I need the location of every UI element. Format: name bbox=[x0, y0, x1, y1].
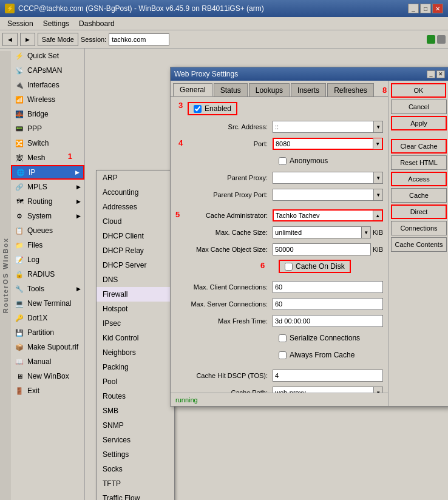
submenu-dhcp-server[interactable]: DHCP Server bbox=[97, 258, 174, 272]
tab-lookups[interactable]: Lookups bbox=[249, 83, 290, 96]
submenu-packing[interactable]: Packing bbox=[97, 360, 174, 374]
sidebar-item-quick-set[interactable]: ⚡ Quick Set bbox=[11, 49, 84, 63]
wireless-label: Wireless bbox=[27, 95, 55, 104]
max-server-conn-input[interactable] bbox=[273, 300, 382, 308]
submenu-dns[interactable]: DNS bbox=[97, 272, 174, 287]
submenu-dhcp-client[interactable]: DHCP Client bbox=[97, 229, 174, 243]
menu-dashboard[interactable]: Dashboard bbox=[74, 18, 120, 29]
submenu-ipsec[interactable]: IPsec bbox=[97, 316, 174, 331]
submenu-kid-control[interactable]: Kid Control bbox=[97, 331, 174, 345]
cache-on-disk-checkbox[interactable] bbox=[285, 263, 293, 271]
src-address-input[interactable] bbox=[273, 123, 373, 130]
submenu-addresses[interactable]: Addresses bbox=[97, 200, 174, 214]
parent-proxy-dropdown[interactable]: ▼ bbox=[373, 172, 382, 183]
tab-status[interactable]: Status bbox=[214, 83, 248, 96]
sidebar-item-mpls[interactable]: 🔗 MPLS ▶ bbox=[11, 180, 84, 194]
max-cache-size-input[interactable] bbox=[273, 229, 361, 236]
sidebar-item-wireless[interactable]: 📶 Wireless bbox=[11, 92, 84, 107]
sidebar-item-switch[interactable]: 🔀 Switch bbox=[11, 136, 84, 150]
sidebar-item-files[interactable]: 📁 Files bbox=[11, 238, 84, 252]
reset-html-button[interactable]: Reset HTML bbox=[391, 155, 447, 170]
sidebar-item-interfaces[interactable]: 🔌 Interfaces bbox=[11, 78, 84, 92]
sidebar-item-new-terminal[interactable]: 💻 New Terminal bbox=[11, 296, 84, 311]
dialog-minimize[interactable]: _ bbox=[427, 70, 435, 78]
enabled-checkbox[interactable] bbox=[194, 105, 202, 113]
sidebar-item-log[interactable]: 📝 Log bbox=[11, 252, 84, 267]
maximize-button[interactable]: □ bbox=[420, 4, 431, 13]
sidebar-item-bridge[interactable]: 🌉 Bridge bbox=[11, 107, 84, 121]
port-dropdown[interactable]: ▼ bbox=[373, 138, 382, 149]
parent-proxy-port-input[interactable] bbox=[273, 191, 373, 198]
sidebar-item-capsman[interactable]: 📡 CAPsMAN bbox=[11, 63, 84, 78]
sidebar-item-radius[interactable]: 🔒 RADIUS bbox=[11, 267, 84, 282]
sidebar-item-new-winbox[interactable]: 🖥 New WinBox bbox=[11, 369, 84, 383]
parent-proxy-port-dropdown[interactable]: ▼ bbox=[373, 189, 382, 200]
sidebar-item-dot1x[interactable]: 🔑 Dot1X bbox=[11, 311, 84, 325]
cancel-button[interactable]: Cancel bbox=[391, 100, 447, 114]
close-button[interactable]: ✕ bbox=[432, 4, 443, 13]
cache-admin-input[interactable] bbox=[274, 212, 373, 219]
submenu-socks[interactable]: Socks bbox=[97, 462, 174, 476]
submenu-traffic-flow[interactable]: Traffic Flow bbox=[97, 491, 174, 500]
connections-button[interactable]: Connections bbox=[391, 221, 447, 235]
src-address-dropdown[interactable]: ▼ bbox=[373, 121, 382, 132]
sidebar-item-manual[interactable]: 📖 Manual bbox=[11, 354, 84, 369]
ok-button[interactable]: OK bbox=[391, 83, 446, 98]
tab-general[interactable]: General bbox=[173, 83, 212, 96]
cache-path-dropdown[interactable]: ▼ bbox=[373, 387, 382, 393]
max-fresh-time-input[interactable] bbox=[273, 317, 382, 325]
submenu-arp[interactable]: ARP bbox=[97, 171, 174, 185]
max-client-conn-input[interactable] bbox=[273, 283, 382, 291]
dialog-close[interactable]: ✕ bbox=[436, 70, 445, 78]
submenu-routes[interactable]: Routes bbox=[97, 389, 174, 404]
submenu-smb[interactable]: SMB bbox=[97, 404, 174, 418]
serialize-conn-label: Serialize Connections bbox=[290, 334, 360, 342]
max-cache-object-size-input[interactable] bbox=[273, 246, 370, 253]
sidebar-item-mesh[interactable]: 🕸 Mesh 1 bbox=[11, 150, 84, 165]
menu-settings[interactable]: Settings bbox=[38, 18, 74, 29]
submenu-firewall[interactable]: Firewall bbox=[97, 287, 174, 302]
anonymous-checkbox[interactable] bbox=[279, 157, 287, 165]
submenu-dhcp-relay[interactable]: DHCP Relay bbox=[97, 243, 174, 258]
always-from-cache-checkbox[interactable] bbox=[279, 351, 287, 359]
sidebar-item-tools[interactable]: 🔧 Tools ▶ bbox=[11, 282, 84, 296]
enabled-row: 3 Enabled bbox=[182, 102, 383, 115]
submenu-pool[interactable]: Pool bbox=[97, 374, 174, 389]
submenu-settings[interactable]: Settings bbox=[97, 447, 174, 462]
max-cache-size-dropdown[interactable]: ▼ bbox=[361, 227, 370, 238]
cache-admin-up[interactable]: ▲ bbox=[373, 211, 382, 220]
sidebar-item-routing[interactable]: 🗺 Routing ▶ bbox=[11, 194, 84, 209]
back-button[interactable]: ◄ bbox=[2, 33, 18, 46]
direct-button[interactable]: Direct bbox=[391, 204, 447, 219]
forward-button[interactable]: ► bbox=[20, 33, 35, 46]
apply-button[interactable]: Apply bbox=[391, 116, 447, 130]
submenu-tftp[interactable]: TFTP bbox=[97, 476, 174, 491]
port-input[interactable] bbox=[274, 140, 373, 147]
minimize-button[interactable]: _ bbox=[408, 4, 419, 13]
sidebar-item-partition[interactable]: 💾 Partition bbox=[11, 325, 84, 340]
menu-session[interactable]: Session bbox=[2, 18, 38, 29]
session-input[interactable] bbox=[109, 33, 169, 46]
submenu-hotspot[interactable]: Hotspot bbox=[97, 302, 174, 316]
cache-contents-button[interactable]: Cache Contents bbox=[391, 237, 447, 252]
sidebar-item-exit[interactable]: 🚪 Exit bbox=[11, 383, 84, 398]
serialize-conn-checkbox[interactable] bbox=[279, 334, 287, 342]
sidebar-item-queues[interactable]: 📋 Queues bbox=[11, 223, 84, 238]
safe-mode-button[interactable]: Safe Mode bbox=[38, 33, 78, 46]
cache-hit-dscp-input[interactable] bbox=[273, 372, 382, 379]
cache-button[interactable]: Cache bbox=[391, 188, 447, 203]
submenu-snmp[interactable]: SNMP bbox=[97, 418, 174, 433]
sidebar-item-system[interactable]: ⚙ System ▶ bbox=[11, 209, 84, 223]
clear-cache-button[interactable]: Clear Cache bbox=[391, 139, 447, 154]
parent-proxy-input[interactable] bbox=[273, 174, 373, 181]
submenu-accounting[interactable]: Accounting bbox=[97, 185, 174, 200]
submenu-services[interactable]: Services bbox=[97, 433, 174, 447]
tab-refreshes[interactable]: Refreshes bbox=[327, 83, 374, 96]
access-button[interactable]: Access bbox=[391, 172, 447, 186]
sidebar-item-ppp[interactable]: 📟 PPP bbox=[11, 121, 84, 136]
sidebar-item-ip[interactable]: 🌐 IP ▶ bbox=[11, 165, 84, 180]
submenu-cloud[interactable]: Cloud bbox=[97, 214, 174, 229]
tab-inserts[interactable]: Inserts bbox=[291, 83, 326, 96]
sidebar-item-make-supout[interactable]: 📦 Make Supout.rif bbox=[11, 340, 84, 354]
submenu-neighbors[interactable]: Neighbors bbox=[97, 345, 174, 360]
